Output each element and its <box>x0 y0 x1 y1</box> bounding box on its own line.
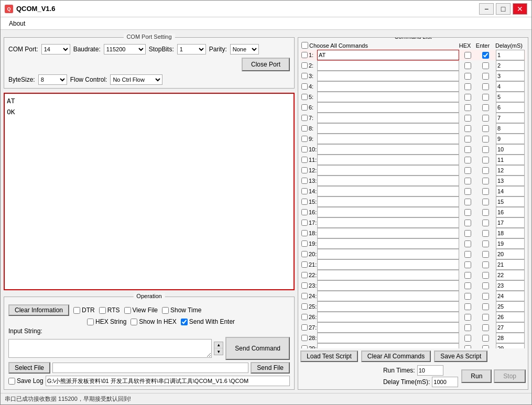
cmd-hex-checkbox-29[interactable] <box>464 345 471 349</box>
cmd-hex-checkbox-7[interactable] <box>464 115 471 122</box>
parity-select[interactable]: None <box>230 44 259 54</box>
hex-string-checkbox[interactable] <box>87 319 94 325</box>
select-file-button[interactable]: Select File <box>8 362 50 374</box>
cmd-input-14[interactable] <box>317 186 459 196</box>
choose-all-checkbox[interactable] <box>301 42 308 49</box>
show-time-checkbox-label[interactable]: Show Time <box>162 307 201 314</box>
cmd-input-21[interactable] <box>317 259 459 270</box>
bytesize-select[interactable]: 8 <box>38 74 67 85</box>
cmd-checkbox-6[interactable] <box>301 104 308 111</box>
show-in-hex-checkbox[interactable] <box>131 319 137 325</box>
cmd-delay-input-1[interactable] <box>496 50 525 60</box>
view-file-checkbox[interactable] <box>124 307 131 314</box>
cmd-input-17[interactable] <box>317 217 459 228</box>
cmd-hex-checkbox-6[interactable] <box>464 104 471 111</box>
cmd-delay-input-24[interactable] <box>496 291 525 301</box>
cmd-hex-checkbox-3[interactable] <box>464 73 471 80</box>
cmd-delay-input-27[interactable] <box>496 322 525 333</box>
baudrate-select[interactable]: 115200 <box>104 44 146 54</box>
cmd-checkbox-2[interactable] <box>301 62 308 69</box>
cmd-delay-input-5[interactable] <box>496 92 525 102</box>
delay-time-input[interactable] <box>432 377 458 387</box>
cmd-checkbox-9[interactable] <box>301 136 308 142</box>
cmd-checkbox-18[interactable] <box>301 230 308 236</box>
cmd-checkbox-20[interactable] <box>301 251 308 257</box>
cmd-input-8[interactable] <box>317 123 459 134</box>
clear-all-commands-button[interactable]: Clear All Commands <box>361 351 431 362</box>
cmd-delay-input-6[interactable] <box>496 102 525 113</box>
cmd-delay-input-26[interactable] <box>496 312 525 322</box>
cmd-input-27[interactable] <box>317 322 459 333</box>
cmd-hex-checkbox-12[interactable] <box>464 167 471 174</box>
cmd-delay-input-4[interactable] <box>496 81 525 92</box>
cmd-delay-input-2[interactable] <box>496 60 525 71</box>
cmd-hex-checkbox-18[interactable] <box>464 230 471 237</box>
about-menu-item[interactable]: About <box>5 19 29 28</box>
cmd-checkbox-15[interactable] <box>301 199 308 205</box>
cmd-hex-checkbox-9[interactable] <box>464 136 471 143</box>
cmd-input-6[interactable] <box>317 102 459 113</box>
cmd-input-20[interactable] <box>317 249 459 259</box>
cmd-delay-input-13[interactable] <box>496 176 525 186</box>
cmd-hex-checkbox-1[interactable] <box>464 52 471 59</box>
cmd-input-26[interactable] <box>317 312 459 322</box>
cmd-hex-checkbox-22[interactable] <box>464 272 471 279</box>
cmd-hex-checkbox-15[interactable] <box>464 199 471 205</box>
cmd-checkbox-1[interactable] <box>301 52 308 58</box>
cmd-enter-checkbox-11[interactable] <box>482 157 489 163</box>
cmd-input-16[interactable] <box>317 207 459 217</box>
cmd-delay-input-17[interactable] <box>496 217 525 228</box>
cmd-checkbox-21[interactable] <box>301 261 308 268</box>
cmd-delay-input-11[interactable] <box>496 155 525 165</box>
cmd-checkbox-10[interactable] <box>301 146 308 152</box>
cmd-hex-checkbox-16[interactable] <box>464 209 471 216</box>
cmd-input-5[interactable] <box>317 92 459 102</box>
cmd-checkbox-7[interactable] <box>301 115 308 121</box>
show-in-hex-checkbox-label[interactable]: Show In HEX <box>131 318 176 325</box>
cmd-checkbox-14[interactable] <box>301 188 308 194</box>
cmd-enter-checkbox-22[interactable] <box>482 272 489 279</box>
cmd-delay-input-18[interactable] <box>496 228 525 238</box>
cmd-enter-checkbox-13[interactable] <box>482 178 489 184</box>
cmd-enter-checkbox-4[interactable] <box>482 83 489 90</box>
cmd-hex-checkbox-19[interactable] <box>464 240 471 247</box>
cmd-input-10[interactable] <box>317 144 459 155</box>
cmd-hex-checkbox-21[interactable] <box>464 261 471 268</box>
cmd-checkbox-28[interactable] <box>301 335 308 341</box>
cmd-input-23[interactable] <box>317 280 459 291</box>
cmd-enter-checkbox-5[interactable] <box>482 94 489 101</box>
cmd-input-25[interactable] <box>317 301 459 312</box>
close-port-button[interactable]: Close Port <box>242 58 290 71</box>
cmd-input-24[interactable] <box>317 291 459 301</box>
cmd-checkbox-23[interactable] <box>301 282 308 289</box>
cmd-delay-input-16[interactable] <box>496 207 525 217</box>
cmd-input-3[interactable] <box>317 71 459 81</box>
cmd-checkbox-29[interactable] <box>301 345 308 348</box>
cmd-checkbox-17[interactable] <box>301 220 308 226</box>
cmd-enter-checkbox-12[interactable] <box>482 167 489 174</box>
cmd-checkbox-12[interactable] <box>301 167 308 173</box>
cmd-delay-input-3[interactable] <box>496 71 525 81</box>
cmd-delay-input-8[interactable] <box>496 123 525 134</box>
cmd-delay-input-22[interactable] <box>496 270 525 280</box>
cmd-enter-checkbox-29[interactable] <box>482 345 489 349</box>
cmd-delay-input-25[interactable] <box>496 301 525 312</box>
cmd-enter-checkbox-19[interactable] <box>482 240 489 247</box>
cmd-enter-checkbox-15[interactable] <box>482 199 489 205</box>
cmd-delay-input-9[interactable] <box>496 134 525 144</box>
cmd-delay-input-29[interactable] <box>496 343 525 348</box>
cmd-checkbox-16[interactable] <box>301 209 308 215</box>
cmd-checkbox-4[interactable] <box>301 83 308 90</box>
cmd-enter-checkbox-21[interactable] <box>482 261 489 268</box>
cmd-enter-checkbox-18[interactable] <box>482 230 489 237</box>
com-port-select[interactable]: 14 <box>41 44 70 54</box>
send-with-enter-checkbox-label[interactable]: Send With Enter <box>181 318 235 325</box>
cmd-enter-checkbox-27[interactable] <box>482 324 489 331</box>
dtr-checkbox-label[interactable]: DTR <box>73 307 95 314</box>
file-path-input[interactable] <box>52 363 248 373</box>
cmd-checkbox-19[interactable] <box>301 240 308 247</box>
stop-button[interactable]: Stop <box>494 369 526 383</box>
cmd-checkbox-27[interactable] <box>301 324 308 331</box>
cmd-checkbox-3[interactable] <box>301 73 308 79</box>
cmd-input-18[interactable] <box>317 228 459 238</box>
